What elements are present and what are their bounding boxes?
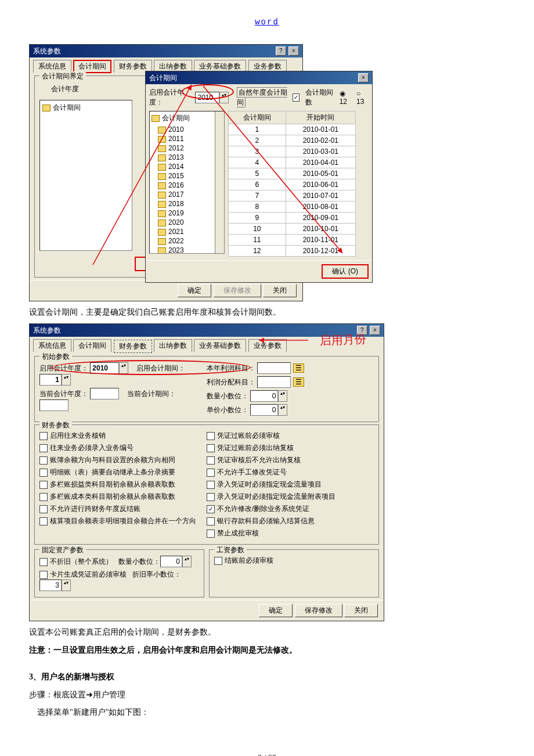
table-row[interactable]: 32010-03-01 (229, 146, 356, 157)
enable-year-input[interactable] (195, 92, 219, 103)
group-fin-label: 财务参数 (39, 420, 72, 430)
table-row[interactable]: 92010-09-01 (229, 213, 356, 224)
year-node[interactable]: 2011 (158, 134, 224, 143)
enable-year-input-2[interactable] (90, 362, 119, 374)
profit-dist-input[interactable] (257, 376, 291, 388)
tab2-biz-params[interactable]: 业务参数 (248, 339, 287, 352)
titlebar-1: 系统参数 ? × (30, 45, 302, 57)
table-row[interactable]: 72010-07-01 (229, 190, 356, 201)
fa-qty-dec-label: 数量小数位： (118, 557, 160, 566)
table-row[interactable]: 52010-05-01 (229, 168, 356, 179)
year-node[interactable]: 2022 (158, 236, 224, 246)
scrollbar[interactable] (215, 111, 224, 253)
spinner-icon[interactable]: ▴▾ (182, 556, 192, 567)
year-node[interactable]: 2020 (158, 218, 224, 227)
save-button-2[interactable]: 保存修改 (295, 604, 342, 617)
spinner-icon[interactable]: ▴▾ (119, 362, 128, 374)
table-row[interactable]: 22010-02-01 (229, 135, 356, 146)
checkbox[interactable] (39, 517, 48, 525)
window-title-2: 系统参数 (33, 326, 61, 336)
checkbox[interactable] (207, 517, 215, 525)
popup-close-icon[interactable]: × (358, 73, 369, 82)
ok-button-2[interactable]: 确定 (259, 604, 293, 617)
fa-rate-dec-input[interactable] (39, 579, 62, 591)
close-button-2[interactable]: 关闭 (344, 604, 378, 617)
checkbox[interactable] (39, 469, 48, 477)
current-period-label: 当前会计期间： (127, 390, 176, 398)
tab-system-info[interactable]: 系统信息 (33, 60, 71, 73)
tab2-cashier-params[interactable]: 出纳参数 (154, 339, 192, 352)
group-init-label: 初始参数 (39, 352, 72, 362)
fa-qty-dec-input[interactable] (160, 556, 182, 567)
fin-option: 往来业务必须录入业务编号 (39, 442, 207, 454)
year-node[interactable]: 2018 (158, 199, 224, 208)
qty-decimal-input[interactable] (250, 390, 278, 402)
year-node[interactable]: 2023 (158, 246, 224, 254)
checkbox[interactable] (39, 493, 48, 501)
table-row[interactable]: 102010-10-01 (229, 224, 356, 235)
lookup-icon[interactable]: ☰ (293, 363, 304, 373)
checkbox[interactable] (207, 469, 215, 477)
help-icon[interactable]: ? (276, 46, 286, 56)
spinner-icon[interactable]: ▴▾ (278, 404, 287, 416)
fa-no-depr-checkbox[interactable] (39, 558, 48, 566)
fa-card-audit-checkbox[interactable] (39, 571, 48, 579)
checkbox[interactable]: ✓ (207, 505, 215, 513)
table-row[interactable]: 12010-01-01 (229, 124, 356, 135)
spinner-icon[interactable]: ▴▾ (62, 579, 71, 591)
checkbox[interactable] (207, 530, 215, 538)
year-node[interactable]: 2013 (158, 153, 224, 162)
checkbox[interactable] (207, 444, 215, 452)
lookup-icon[interactable]: ☰ (293, 377, 304, 387)
checkbox[interactable] (207, 493, 215, 501)
year-node[interactable]: 2015 (158, 171, 224, 181)
close-button-1[interactable]: 关闭 (263, 284, 297, 297)
tab2-biz-base-params[interactable]: 业务基础参数 (194, 339, 246, 352)
checkbox[interactable] (39, 432, 48, 440)
checkbox[interactable] (39, 444, 48, 452)
confirm-button[interactable]: 确认 (O) (322, 264, 369, 279)
price-decimal-input[interactable] (250, 404, 278, 416)
table-row[interactable]: 62010-06-01 (229, 179, 356, 190)
year-node[interactable]: 2016 (158, 181, 224, 190)
enable-period-input-2[interactable] (39, 374, 62, 386)
table-row[interactable]: 82010-08-01 (229, 201, 356, 213)
checkbox[interactable] (207, 481, 215, 489)
popup-title: 会计期间 (149, 73, 177, 83)
spinner-icon[interactable]: ▴▾ (219, 92, 229, 103)
year-node[interactable]: 2017 (158, 190, 224, 199)
radio-12[interactable]: ◉ 12 (340, 89, 353, 106)
tab2-finance-params[interactable]: 财务参数 (114, 340, 152, 353)
year-node[interactable]: 2012 (158, 143, 224, 153)
help-icon-2[interactable]: ? (357, 326, 367, 335)
tree-root-1[interactable]: 会计期间 (42, 103, 129, 113)
profit-subject-input[interactable] (257, 362, 291, 374)
popup-tree-root[interactable]: 会计期间 (150, 111, 224, 125)
year-node[interactable]: 2019 (158, 208, 224, 218)
year-node[interactable]: 2014 (158, 162, 224, 171)
checkbox[interactable] (207, 456, 215, 465)
close-icon[interactable]: × (288, 46, 299, 56)
table-row[interactable]: 112010-11-01 (229, 235, 356, 246)
checkbox[interactable] (39, 505, 48, 513)
current-year-label: 当前会计年度： (39, 390, 88, 398)
tab2-system-info[interactable]: 系统信息 (33, 339, 71, 352)
year-node[interactable]: 2010 (158, 125, 224, 134)
natural-year-button[interactable]: 自然年度会计期间 (237, 87, 287, 107)
tab2-accounting-period[interactable]: 会计期间 (73, 339, 111, 352)
spinner-icon[interactable]: ▴▾ (62, 374, 71, 386)
natural-year-checkbox[interactable]: ✓ (293, 93, 300, 102)
table-row[interactable]: 42010-04-01 (229, 157, 356, 168)
year-node[interactable]: 2021 (158, 227, 224, 236)
checkbox[interactable] (39, 456, 48, 465)
ok-button-1[interactable]: 确定 (178, 284, 211, 297)
text-after-win2-1: 设置本公司账套真正启用的会计期间，是财务参数。 (29, 626, 505, 639)
radio-13[interactable]: ○ 13 (356, 89, 369, 106)
table-row[interactable]: 122010-12-01 (229, 246, 356, 257)
wage-audit-checkbox[interactable] (214, 557, 222, 565)
checkbox[interactable] (207, 432, 215, 440)
system-params-window-2: 系统参数 ? × 系统信息 会计期间 财务参数 出纳参数 业务基础参数 业务参数… (29, 323, 384, 621)
checkbox[interactable] (39, 481, 48, 489)
spinner-icon[interactable]: ▴▾ (278, 390, 287, 402)
close-icon-2[interactable]: × (370, 326, 380, 335)
